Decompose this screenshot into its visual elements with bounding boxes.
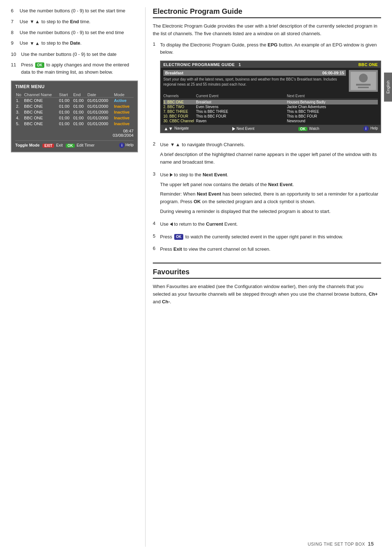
timer-table: No Channel Name Start End Date Mode 1. B… [15,92,134,127]
step-9-num: 9 [11,40,20,47]
right-step-2: 2 Use ▼▲ to navigate through Channels. A… [153,141,381,168]
timer-row: 4. BBC ONE 01:00 01:00 01/01/2000 Inacti… [15,115,134,121]
epg-header: ELECTRONIC PROGRAMME GUIDE 1 BBC ONE [161,61,380,68]
epg-header-channel: BBC ONE [358,62,378,67]
row-no: 4. [15,115,23,121]
right-arrow-icon [170,173,173,177]
ch-name: 30. CBBC Channel [163,119,196,123]
row-end: 01:00 [73,115,87,121]
ch-name: 7. BBC THREE [163,110,196,114]
row-date: 01/01/2000 [87,115,113,121]
ch-next: Newsround [287,119,378,123]
row-start: 01:00 [58,109,73,115]
row-mode: Inactive [113,109,134,115]
page-number: 15 [368,541,374,547]
row-no: 1. [15,98,23,104]
epg-prog-desc: Start your day with all the latest news,… [163,77,346,87]
step-7: 7 Use ▼▲ to step to the End time. [11,18,138,25]
right-step-1: 1 To display the Electronic Program Guid… [153,41,381,139]
right-step-3: 3 Use to step to the Next Event. The upp… [153,171,381,218]
down-icon: ▲▼ [164,126,173,131]
timer-row: 1. BBC ONE 01:00 01:00 01/01/2000 Active [15,98,134,104]
favourites-heading: Favourites [153,268,381,279]
right-step-3-content: Use to step to the Next Event. The upper… [160,171,381,218]
col-mode: Mode [113,92,134,98]
row-no: 5. [15,121,23,127]
epg-intro: The Electronic Program Guide provides th… [153,22,381,38]
step-9: 9 Use ▼▲ to step to the Date. [11,40,138,47]
timer-menu-box: TIMER MENU No Channel Name Start End Dat… [11,81,138,152]
down-nav-icon: ▼ [170,141,175,149]
step-6-text: Use the number buttons (0 - 9) to set th… [20,7,125,15]
row-end: 01:00 [73,109,87,115]
exit-label: Exit [56,143,62,147]
epg-channel-rows: 1. BBC ONE Breakfast Houses Behaving Bad… [163,100,378,123]
row-mode: Active [113,98,134,104]
col-next-label: Next Event [287,94,378,98]
col-start: Start [58,92,73,98]
ch-current: This is BBC THREE [196,110,287,114]
epg-channels-header: Channels Current Event Next Event [163,94,378,99]
row-channel: BBC ONE [23,109,58,115]
ch-next: This is BBC THREE [287,110,378,114]
reminder-desc: Reminder: When Next Event has been selec… [160,190,381,206]
ch-name: 2. BBC TWO [163,105,196,109]
help-area: iHelp [118,143,134,148]
viewing-reminder: During viewing a reminder is displayed t… [160,208,381,216]
epg-channel-row: 30. CBBC Channel Raven Newsround [163,119,378,123]
col-end: End [73,92,87,98]
right-step-4-num: 4 [153,221,160,230]
ok-button-timer: OK [66,144,75,148]
left-arrow-icon [170,222,173,226]
row-date: 01/01/2000 [87,109,113,115]
epg-channels: Channels Current Event Next Event 1. BBC… [161,94,380,125]
row-mode: Inactive [113,115,134,121]
col-date: Date [87,92,113,98]
ok-badge-step11: OK [35,62,44,68]
ch-next: Jackie Chan Adventures [287,105,378,109]
ch-next: Houses Behaving Badly [287,100,378,104]
ch-next: This is BBC FOUR [287,114,378,118]
row-date: 01/01/2000 [87,103,113,109]
epg-footer: ▲▼ Navigate Next Event OK Watch i Help [161,125,380,132]
left-column: 6 Use the number buttons (0 - 9) to set … [11,7,145,547]
epg-prog-title: Breakfast 06:00-09:15 [163,70,346,76]
step-7-num: 7 [11,18,20,25]
down-arrow-icon: ▼ [30,18,34,25]
right-step-4-content: Use to return to the Current Event. [160,221,381,230]
step-10-num: 10 [11,51,21,58]
right-step-1-text: To display the Electronic Program Guide,… [160,41,381,57]
right-step-5-content: Press OK to watch the currently selected… [160,233,381,243]
row-mode: Inactive [113,103,134,109]
row-channel: BBC ONE [23,121,58,127]
timer-row: 2. BBC ONE 01:00 01:00 01/01/2000 Inacti… [15,103,134,109]
epg-help: i Help [363,126,378,131]
step-7-text: Use ▼▲ to step to the End time. [20,18,90,25]
right-step-6r-text: Press Exit to view the current channel o… [160,246,381,253]
epg-channel-row: 10. BBC FOUR This is BBC FOUR This is BB… [163,114,378,119]
right-step-6r: 6 Press Exit to view the current channel… [153,246,381,255]
row-date: 01/01/2000 [87,98,113,104]
step-8-num: 8 [11,29,20,36]
step-10: 10 Use the number buttons (0 - 9) to set… [11,51,138,58]
row-no: 2. [15,103,23,109]
ch-name: 1. BBC ONE [163,100,196,104]
epg-top: Breakfast 06:00-09:15 Start your day wit… [161,68,380,92]
right-step-2-text: Use ▼▲ to navigate through Channels. [160,141,381,149]
timer-bottom-bar: Toggle Mode EXIT Exit OK Edit Timer iHel… [15,140,134,148]
step-8-text: Use the number buttons (0 - 9) to set th… [20,29,124,36]
right-step-1-content: To display the Electronic Program Guide,… [160,41,381,139]
timer-row: 5. BBC ONE 01:00 01:00 01/01/2000 Inacti… [15,121,134,127]
svg-rect-3 [356,84,371,86]
right-step-5-num: 5 [153,233,160,243]
ch-current: This is BBC FOUR [196,114,287,118]
right-step-4-text: Use to return to the Current Event. [160,221,381,228]
row-no: 3. [15,109,23,115]
row-start: 01:00 [58,103,73,109]
row-channel: BBC ONE [23,98,58,104]
step-9-text: Use ▼▲ to step to the Date. [20,40,82,47]
step-8: 8 Use the number buttons (0 - 9) to set … [11,29,138,36]
epg-thumbnail [349,70,378,92]
row-channel: BBC ONE [23,115,58,121]
row-date: 01/01/2000 [87,121,113,127]
